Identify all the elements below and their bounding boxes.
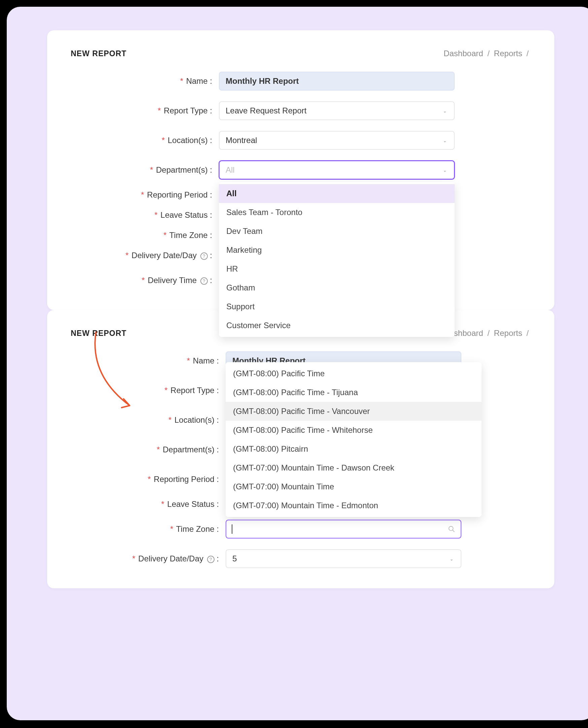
dropdown-option[interactable]: (GMT-08:00) Pacific Time: [226, 364, 482, 383]
label-leave-status: * Leave Status :: [71, 500, 226, 509]
chevron-down-icon: [448, 556, 455, 562]
label-delivery-time: * Delivery Time ? :: [71, 275, 219, 285]
label-locations: * Location(s) :: [71, 136, 219, 145]
chevron-down-icon: [442, 137, 448, 144]
dropdown-option[interactable]: (GMT-08:00) Pacific Time - Whitehorse: [226, 421, 482, 440]
dropdown-option[interactable]: Customer Service: [219, 316, 455, 335]
label-name: * Name :: [71, 356, 226, 366]
breadcrumb-sep: /: [487, 329, 490, 337]
label-reporting-period: * Reporting Period :: [71, 475, 226, 484]
label-departments: * Department(s) :: [71, 165, 219, 175]
dropdown-option[interactable]: Marketing: [219, 241, 455, 260]
label-leave-status: * Leave Status :: [71, 211, 219, 220]
dropdown-option[interactable]: All: [219, 184, 455, 203]
dropdown-option[interactable]: (GMT-07:00) Mountain Time: [226, 477, 482, 496]
dropdown-option[interactable]: Sales Team - Toronto: [219, 203, 455, 222]
card-header: NEW REPORT Dashboard / Reports /: [71, 49, 531, 58]
delivery-date-select[interactable]: 5: [226, 549, 461, 568]
dropdown-option[interactable]: HR: [219, 260, 455, 278]
report-type-select[interactable]: Leave Request Report: [219, 101, 455, 120]
label-delivery-date: * Delivery Date/Day ? :: [71, 554, 226, 564]
dropdown-option[interactable]: (GMT-07:00) Mountain Time - Edmonton: [226, 496, 482, 515]
label-time-zone: * Time Zone :: [71, 524, 226, 534]
label-report-type: * Report Type :: [71, 106, 219, 115]
dropdown-option[interactable]: (GMT-08:00) Pacific Time - Tijuana: [226, 383, 482, 402]
label-time-zone: * Time Zone :: [71, 230, 219, 240]
timezone-dropdown: (GMT-08:00) Pacific Time (GMT-08:00) Pac…: [226, 362, 482, 517]
report-form-card-timezone: NEW REPORT Dashboard / Reports / * Name …: [47, 310, 554, 588]
svg-line-1: [453, 530, 455, 532]
dropdown-option[interactable]: Support: [219, 297, 455, 316]
report-form-card-departments: NEW REPORT Dashboard / Reports / * Name …: [47, 30, 554, 310]
locations-select[interactable]: Montreal: [219, 131, 455, 150]
label-locations: * Location(s) :: [71, 415, 226, 425]
label-delivery-date: * Delivery Date/Day ? :: [71, 251, 219, 260]
label-report-type: * Report Type :: [71, 386, 226, 395]
breadcrumb-item[interactable]: Reports: [494, 329, 522, 337]
breadcrumb-sep: /: [487, 49, 490, 58]
dropdown-option[interactable]: (GMT-08:00) Pacific Time - Vancouver: [226, 402, 482, 421]
label-reporting-period: * Reporting Period :: [71, 190, 219, 200]
breadcrumb-sep: /: [526, 329, 529, 337]
label-name: * Name :: [71, 76, 219, 86]
dropdown-option[interactable]: Gotham: [219, 278, 455, 297]
breadcrumb: Dashboard / Reports /: [443, 329, 531, 338]
breadcrumb-item[interactable]: Reports: [494, 49, 522, 58]
help-icon[interactable]: ?: [207, 556, 214, 563]
dropdown-option[interactable]: (GMT-08:00) Pitcairn: [226, 440, 482, 458]
name-input[interactable]: Monthly HR Report: [219, 72, 455, 91]
departments-select[interactable]: All: [219, 160, 455, 179]
page-title: NEW REPORT: [71, 49, 127, 58]
breadcrumb-item[interactable]: Dashboard: [443, 49, 483, 58]
page-title: NEW REPORT: [71, 329, 127, 338]
help-icon[interactable]: ?: [201, 252, 208, 260]
text-cursor: [232, 524, 232, 534]
breadcrumb: Dashboard / Reports /: [443, 49, 531, 58]
chevron-down-icon: [442, 167, 448, 173]
search-icon: [448, 525, 455, 533]
help-icon[interactable]: ?: [201, 277, 208, 285]
breadcrumb-sep: /: [526, 49, 529, 58]
svg-point-0: [449, 526, 453, 531]
dropdown-option[interactable]: (GMT-07:00) Mountain Time - Dawson Creek: [226, 458, 482, 477]
label-departments: * Department(s) :: [71, 445, 226, 455]
timezone-search-input[interactable]: [226, 520, 461, 538]
departments-dropdown: All Sales Team - Toronto Dev Team Market…: [219, 182, 455, 337]
chevron-down-icon: [442, 108, 448, 114]
dropdown-option[interactable]: Dev Team: [219, 222, 455, 241]
